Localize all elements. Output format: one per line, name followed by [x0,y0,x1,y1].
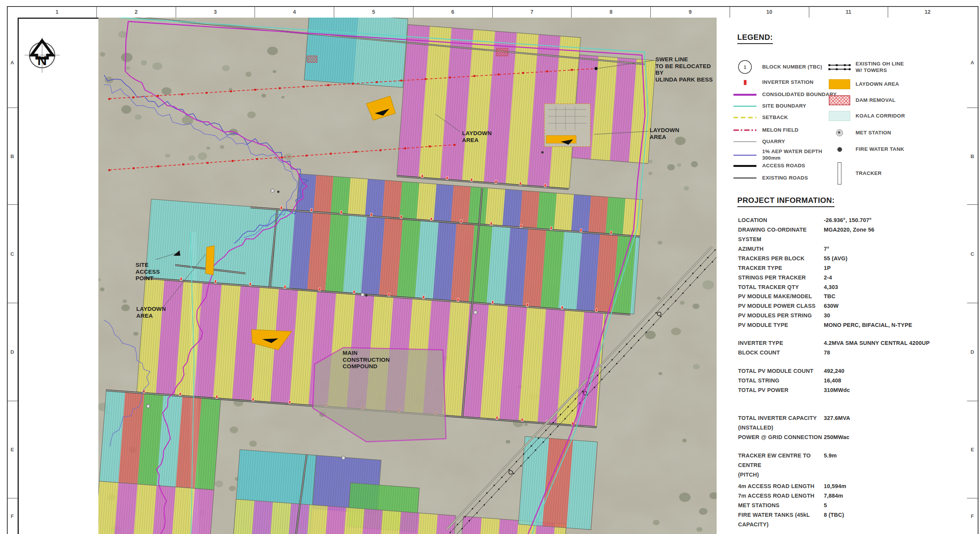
project-info-row: LOCATION-26.936°, 150.707° [738,216,956,225]
grid-row-E: E [967,401,978,498]
project-info-key: TRACKER EW CENTRE TO CENTRE (PITCH) [738,451,824,480]
grid-row-F: F [7,498,18,534]
legend-item-laydown: LAYDOWN AREA [828,78,899,90]
grid-column-12: 12 [888,6,967,18]
project-info-value: 5 [824,501,827,510]
grid-column-6: 6 [413,6,492,18]
project-info-key: INVERTER TYPE [738,338,824,348]
project-info-key: STRINGS PER TRACKER [738,273,824,283]
legend-item-melon-field: MELON FIELD [733,124,799,136]
legend-item-label: DAM REMOVAL [856,97,895,104]
legend-item-koala: KOALA CORRIDOR [828,110,905,122]
legend-item-label: INVERTER STATION [762,79,813,86]
project-info-row: TRACKER EW CENTRE TO CENTRE (PITCH)5.9m [738,451,956,480]
project-info-row: PV MODULE MAKE/MODELTBC [738,292,956,301]
legend-item-label: SITE BOUNDARY [762,103,806,109]
grid-row-F: F [967,498,978,534]
info-panel: LEGEND: 1BLOCK NUMBER (TBC)INVERTER STAT… [717,18,967,534]
aep-water-line [733,155,757,156]
project-info-row: TOTAL PV MODULE COUNT492,240 [738,366,956,376]
project-info-key: 7m ACCESS ROAD LENGTH [738,491,824,501]
project-info-row: STRINGS PER TRACKER2-4 [738,273,956,283]
grid-column-3: 3 [176,6,255,18]
project-info-value: 10,594m [824,482,846,491]
map-label-laydown-mid: LAYDOWN AREA [462,130,492,143]
project-info-value: 4,303 [824,283,838,292]
project-info-key: POWER @ GRID CONNECTION [738,433,824,442]
project-info-group: 4m ACCESS ROAD LENGTH10,594m7m ACCESS RO… [738,482,956,529]
legend-item-dam-removal: DAM REMOVAL [828,95,895,106]
map-label-laydown-left: LAYDOWN AREA [136,305,166,319]
project-info-key: PV MODULE TYPE [738,320,824,330]
project-info-group: LOCATION-26.936°, 150.707°DRAWING CO-ORD… [738,216,956,292]
project-info-key: LOCATION [738,216,824,225]
project-info-row: TOTAL PV POWER310MWdc [738,385,956,395]
project-info-key: TOTAL STRING [738,376,824,385]
legend-item-aep-water: 1% AEP WATER DEPTH 300mm [733,149,822,161]
grid-row-B: B [967,108,978,204]
grid-row-D: D [7,303,18,401]
grid-row-C: C [967,204,978,303]
project-info-row: 4m ACCESS ROAD LENGTH10,594m [738,482,956,491]
legend-item-label: LAYDOWN AREA [856,81,899,88]
existing-roads-line [733,177,757,179]
project-info-key: PV MODULE MAKE/MODEL [738,292,824,301]
grid-ruler-left: ABCDEF [7,18,18,534]
project-info-row: INVERTER TYPE4.2MVA SMA SUNNY CENTRAL 42… [738,338,956,348]
project-info-key: AZIMUTH [738,244,824,254]
legend-item-access-roads: ACCESS ROADS [733,160,805,171]
met-station-icon [828,129,851,136]
legend-item-oh-icon: EXISTING OH LINE W/ TOWERS [828,62,904,73]
project-info-group: TOTAL INVERTER CAPACITY (INSTALLED)327.6… [738,413,956,442]
grid-column-4: 4 [255,6,334,18]
project-info-value: MGA2020, Zone 56 [824,225,874,235]
legend-item-existing-roads: EXISTING ROADS [733,172,808,184]
grid-column-7: 7 [492,6,572,18]
project-info-row: MET STATIONS5 [738,501,956,510]
project-info-value: 1P [824,263,831,273]
legend-item-quarry: QUARRY [733,136,785,147]
fire-water-tank-icon [828,147,851,152]
project-info-value: 78 [824,348,830,358]
project-info-value: 250MWac [824,433,849,442]
project-info-value: 5.9m [824,451,837,461]
setback-line [733,117,757,118]
map-label-main-compound: MAIN CONSTRUCTION COMPOUND [343,349,390,370]
project-info-value: 630W [824,301,839,311]
legend-item-site-boundary: SITE BOUNDARY [733,100,806,112]
grid-column-2: 2 [96,6,176,18]
legend-item-tracker: TRACKER [828,162,882,185]
legend-item-met-station: MET STATION [828,127,891,139]
site-boundary-line [733,106,757,107]
project-info-value: MONO PERC, BIFACIAL, N-TYPE [824,320,912,330]
legend-item-label: FIRE WATER TANK [856,146,904,153]
project-info-value: TBC [824,292,835,301]
legend-item-label: QUARRY [762,139,785,145]
grid-row-C: C [7,204,18,303]
grid-column-5: 5 [334,6,413,18]
project-info-key: MET STATIONS [738,501,824,510]
grid-column-9: 9 [650,6,730,18]
project-info-key: PV MODULE POWER CLASS [738,301,824,311]
project-info-key: TRACKER TYPE [738,263,824,273]
block-number-icon: 1 [733,60,757,74]
legend-item-inverter-station: INVERTER STATION [733,77,813,88]
project-info-key: 4m ACCESS ROAD LENGTH [738,482,824,491]
project-info-row: TRACKER TYPE1P [738,263,956,273]
grid-row-D: D [967,303,978,401]
legend-item-label: TRACKER [856,170,882,177]
project-info-group: PV MODULE MAKE/MODELTBCPV MODULE POWER C… [738,292,956,330]
legend-item-block-number: 1BLOCK NUMBER (TBC) [733,61,822,73]
legend-item-fire-water-tank: FIRE WATER TANK [828,144,904,155]
project-info-value: 4.2MVA SMA SUNNY CENTRAL 4200UP [824,338,930,348]
grid-ruler-top: 123456789101112 [18,6,967,18]
project-info-row: PV MODULE POWER CLASS630W [738,301,956,311]
project-info-row: TRACKERS PER BLOCK55 (AVG) [738,254,956,263]
grid-column-8: 8 [571,6,650,18]
legend-item-label: EXISTING OH LINE W/ TOWERS [856,61,904,74]
project-info-value: -26.936°, 150.707° [824,216,872,225]
project-info-key: BLOCK COUNT [738,348,824,358]
grid-row-B: B [7,108,18,204]
project-info-row: POWER @ GRID CONNECTION250MWac [738,433,956,442]
legend-item-label: EXISTING ROADS [762,175,808,181]
